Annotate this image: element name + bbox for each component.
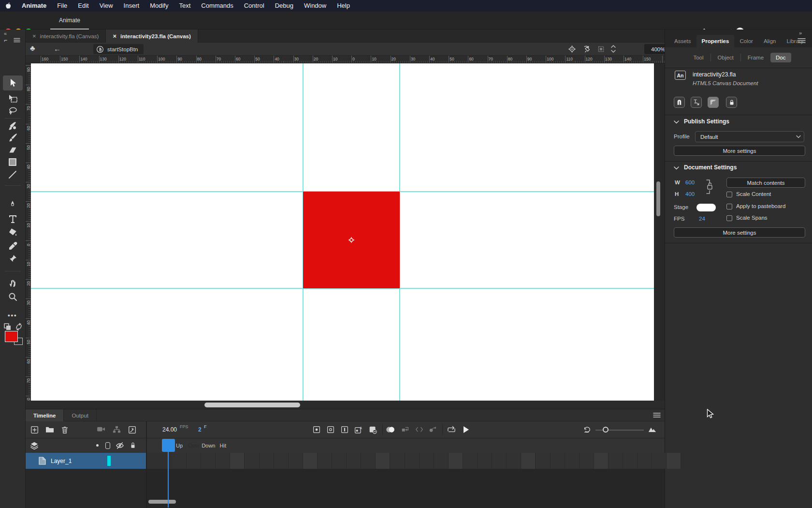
frame-cell[interactable] bbox=[216, 453, 230, 469]
menu-window[interactable]: Window bbox=[299, 0, 332, 12]
scene-clip-icon[interactable]: ♣ bbox=[30, 44, 35, 53]
highlight-layers-dot-icon[interactable] bbox=[96, 444, 99, 447]
frame-cell[interactable] bbox=[565, 453, 580, 469]
frame-cell[interactable] bbox=[274, 453, 289, 469]
asset-warp-pin-tool[interactable] bbox=[8, 254, 18, 264]
swap-colors-icon[interactable] bbox=[15, 323, 23, 331]
center-stage-icon[interactable] bbox=[568, 45, 576, 53]
menu-modify[interactable]: Modify bbox=[145, 0, 174, 12]
camera-icon[interactable] bbox=[97, 426, 105, 433]
frame-cell[interactable] bbox=[623, 453, 638, 469]
insert-blank-keyframe-icon[interactable] bbox=[327, 426, 334, 433]
menu-animate[interactable]: Animate bbox=[16, 0, 52, 12]
frame-cell[interactable] bbox=[201, 453, 216, 469]
vertical-ruler[interactable]: 90807060504030201001020304050607080 bbox=[26, 63, 31, 401]
menu-insert[interactable]: Insert bbox=[118, 0, 145, 12]
layer-name[interactable]: Layer_1 bbox=[51, 458, 72, 464]
frame-cell[interactable] bbox=[303, 453, 318, 469]
default-colors-icon[interactable] bbox=[3, 323, 12, 331]
frame-cell[interactable] bbox=[434, 453, 449, 469]
current-frame-value[interactable]: 2 bbox=[198, 426, 202, 433]
tab-frame[interactable]: Frame bbox=[741, 55, 770, 60]
text-tool[interactable] bbox=[8, 214, 18, 224]
timeline-zoom-slider-knob[interactable] bbox=[603, 427, 609, 433]
outline-view-icon[interactable] bbox=[105, 442, 110, 449]
fps-rate-value[interactable]: 24.00 bbox=[162, 426, 177, 433]
document-tab-interactivity[interactable]: × interactivity.fla (Canvas) bbox=[26, 30, 106, 43]
paint-bucket-tool[interactable] bbox=[8, 227, 18, 238]
tab-align[interactable]: Align bbox=[758, 35, 782, 48]
horizontal-scrollbar[interactable] bbox=[204, 403, 300, 407]
toolbar-menu-icon[interactable] bbox=[14, 38, 20, 43]
pen-tool[interactable] bbox=[8, 200, 18, 210]
insert-frame-single-icon[interactable] bbox=[341, 426, 348, 433]
frame-cell[interactable] bbox=[449, 453, 463, 469]
reset-timeline-zoom-icon[interactable] bbox=[583, 426, 591, 433]
layer-frame-strip[interactable] bbox=[146, 453, 665, 469]
create-motion-tween-icon[interactable] bbox=[401, 426, 409, 433]
menu-text[interactable]: Text bbox=[174, 0, 196, 12]
frame-cell[interactable] bbox=[405, 453, 420, 469]
timeline-pane-divider[interactable] bbox=[146, 421, 147, 508]
menu-debug[interactable]: Debug bbox=[270, 0, 299, 12]
frame-cell[interactable] bbox=[536, 453, 551, 469]
collapse-chevron-icon[interactable] bbox=[674, 166, 679, 170]
stage-color-swatch[interactable] bbox=[696, 204, 716, 211]
profile-dropdown[interactable]: Default bbox=[695, 131, 804, 142]
frame-cell[interactable] bbox=[478, 453, 492, 469]
publish-settings-header[interactable]: Publish Settings bbox=[684, 118, 729, 125]
document-settings-header[interactable]: Document Settings bbox=[684, 164, 737, 171]
collapse-chevron-icon[interactable] bbox=[674, 120, 679, 124]
frame-cell[interactable] bbox=[420, 453, 434, 469]
tab-timeline[interactable]: Timeline bbox=[26, 409, 64, 421]
more-tools-icon[interactable]: ••• bbox=[8, 312, 18, 322]
classic-brush-tool[interactable] bbox=[8, 133, 18, 143]
back-arrow-icon[interactable]: ← bbox=[54, 45, 61, 53]
apple-menu-icon[interactable] bbox=[0, 2, 16, 10]
stage-canvas[interactable] bbox=[31, 63, 654, 401]
subselection-tool[interactable] bbox=[8, 94, 18, 104]
frame-cell[interactable] bbox=[230, 453, 245, 469]
layer-parenting-icon[interactable] bbox=[113, 426, 121, 433]
tab-assets[interactable]: Assets bbox=[669, 35, 696, 48]
frame-cell[interactable] bbox=[594, 453, 609, 469]
frame-cell[interactable] bbox=[609, 453, 623, 469]
frame-cell[interactable] bbox=[347, 453, 361, 469]
snap-magnet-toggle[interactable] bbox=[674, 97, 685, 108]
delete-icon[interactable] bbox=[61, 426, 69, 434]
play-button-icon[interactable] bbox=[463, 426, 470, 433]
close-tab-icon[interactable]: × bbox=[113, 33, 116, 39]
height-value[interactable]: 400 bbox=[685, 191, 695, 197]
width-value[interactable]: 600 bbox=[685, 179, 695, 185]
menu-commands[interactable]: Commands bbox=[196, 0, 238, 12]
layer-row-layer1[interactable]: Layer_1 bbox=[26, 453, 146, 469]
frame-cell[interactable] bbox=[376, 453, 390, 469]
rotate-tool-icon[interactable] bbox=[582, 45, 591, 53]
frame-view-graph-icon[interactable] bbox=[128, 426, 136, 434]
tab-tool[interactable]: Tool bbox=[686, 55, 710, 60]
frame-cell[interactable] bbox=[245, 453, 260, 469]
frame-ruler-header[interactable]: UpOverDownHit bbox=[146, 438, 665, 453]
document-tab-interactivity23[interactable]: × interactivity23.fla (Canvas) bbox=[106, 30, 198, 43]
layers-stack-icon[interactable] bbox=[30, 441, 39, 450]
menu-control[interactable]: Control bbox=[239, 0, 270, 12]
match-contents-button[interactable]: Match contents bbox=[726, 178, 805, 188]
rectangle-tool[interactable] bbox=[8, 157, 18, 167]
frame-cell[interactable] bbox=[521, 453, 536, 469]
link-dimensions-unlock-icon[interactable] bbox=[704, 179, 715, 195]
frame-cell[interactable] bbox=[551, 453, 565, 469]
tab-library[interactable]: Library bbox=[781, 35, 809, 48]
frame-cell[interactable] bbox=[652, 453, 667, 469]
apply-pasteboard-checkbox[interactable] bbox=[726, 204, 732, 209]
frame-cell[interactable] bbox=[638, 453, 652, 469]
lock-guides-toggle[interactable] bbox=[726, 97, 737, 108]
frame-cell[interactable] bbox=[361, 453, 376, 469]
menu-edit[interactable]: Edit bbox=[72, 0, 94, 12]
close-tab-icon[interactable]: × bbox=[32, 33, 36, 39]
fluid-brush-tool[interactable] bbox=[8, 121, 18, 131]
frame-cell[interactable] bbox=[391, 453, 405, 469]
lasso-tool[interactable] bbox=[8, 106, 18, 116]
selection-tool[interactable] bbox=[8, 78, 18, 88]
publish-more-settings-button[interactable]: More settings bbox=[674, 146, 805, 156]
timeline-menu-icon[interactable] bbox=[653, 412, 661, 418]
